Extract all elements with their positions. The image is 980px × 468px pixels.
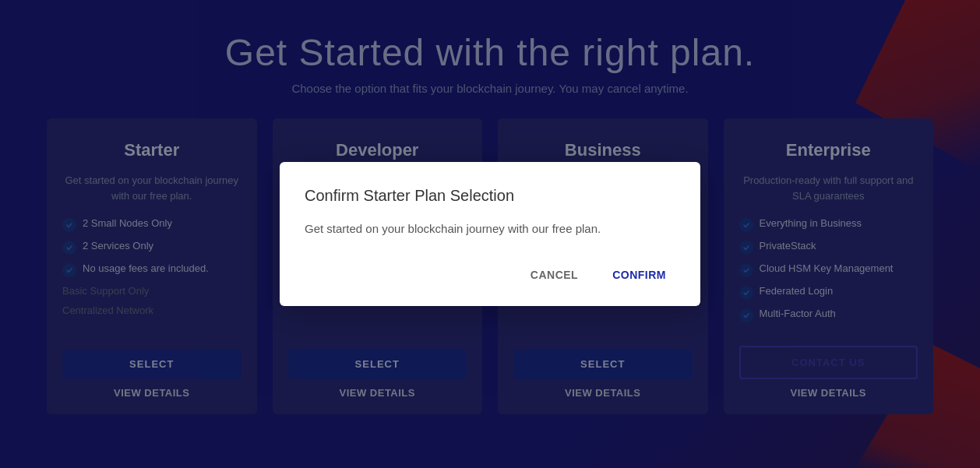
modal-overlay: Confirm Starter Plan Selection Get start… bbox=[0, 0, 980, 468]
page-background: Get Started with the right plan. Choose … bbox=[0, 0, 980, 468]
modal-actions: CANCEL CONFIRM bbox=[305, 262, 675, 287]
cancel-button[interactable]: CANCEL bbox=[521, 262, 587, 287]
modal-title: Confirm Starter Plan Selection bbox=[305, 187, 675, 205]
confirm-modal: Confirm Starter Plan Selection Get start… bbox=[280, 162, 700, 307]
confirm-button[interactable]: CONFIRM bbox=[603, 262, 675, 287]
modal-body: Get started on your blockchain journey w… bbox=[305, 220, 675, 238]
